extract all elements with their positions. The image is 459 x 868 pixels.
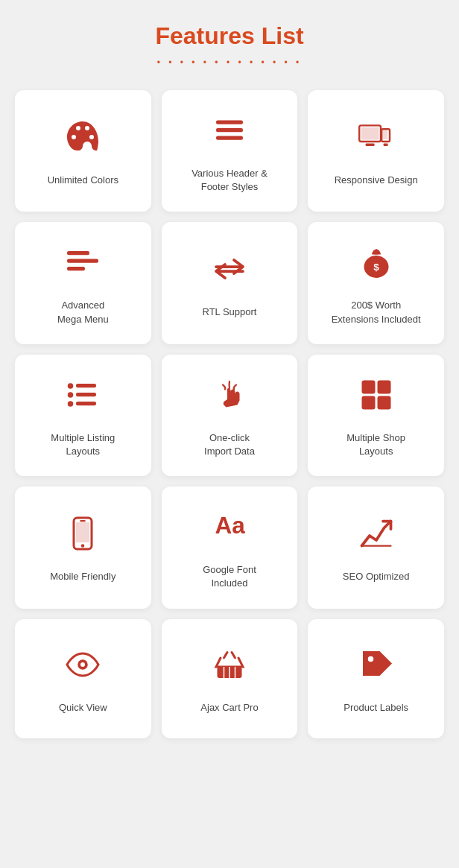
svg-rect-20 [76, 402, 96, 405]
svg-rect-8 [383, 130, 387, 139]
svg-rect-23 [361, 396, 375, 409]
feature-card-quick-view: Quick View [15, 619, 151, 738]
feature-label-shop-layouts: Multiple ShopLayouts [346, 431, 405, 458]
feature-card-seo: SEO Optimized [308, 487, 444, 608]
feature-card-unlimited-colors: Unlimited Colors [15, 90, 151, 212]
svg-rect-16 [76, 384, 96, 387]
feature-label-extensions: 200$ WorthExtensions Includedt [332, 299, 421, 326]
svg-rect-7 [365, 143, 374, 146]
svg-rect-4 [361, 127, 379, 140]
svg-rect-18 [76, 393, 96, 396]
chart-up-icon [358, 516, 394, 557]
feature-card-header-footer: Various Header &Footer Styles [162, 90, 298, 212]
svg-rect-13 [373, 250, 379, 255]
svg-rect-0 [216, 121, 243, 124]
svg-point-32 [80, 662, 85, 667]
svg-point-17 [68, 392, 74, 398]
feature-label-unlimited-colors: Unlimited Colors [48, 174, 118, 187]
svg-rect-26 [76, 522, 89, 542]
svg-rect-22 [377, 380, 390, 393]
basket-icon [212, 647, 247, 688]
feature-card-google-font: AaGoogle FontIncluded [162, 487, 298, 608]
svg-text:Aa: Aa [215, 512, 245, 539]
svg-point-37 [367, 656, 373, 662]
svg-rect-11 [67, 267, 85, 270]
responsive-icon [358, 119, 394, 160]
feature-card-ajax-cart: Ajax Cart Pro [162, 619, 298, 738]
feature-card-extensions: $200$ WorthExtensions Includedt [308, 222, 444, 343]
svg-rect-6 [383, 143, 387, 146]
feature-label-quick-view: Quick View [59, 701, 107, 715]
finger-click-icon [212, 377, 247, 418]
hamburger-icon [212, 113, 247, 153]
feature-label-listing-layouts: Multiple ListingLayouts [51, 431, 115, 458]
feature-label-header-footer: Various Header &Footer Styles [191, 167, 268, 194]
features-grid: Unlimited ColorsVarious Header &Footer S… [15, 90, 444, 738]
feature-label-responsive: Responsive Design [335, 174, 418, 187]
svg-point-27 [81, 544, 85, 548]
feature-card-listing-layouts: Multiple ListingLayouts [15, 355, 151, 476]
feature-label-product-labels: Product Labels [344, 701, 408, 715]
feature-label-mega-menu: AdvancedMega Menu [57, 299, 109, 326]
svg-point-19 [68, 401, 74, 407]
font-icon: Aa [212, 509, 247, 550]
title-dots: • • • • • • • • • • • • • [15, 57, 444, 68]
feature-label-mobile: Mobile Friendly [50, 570, 115, 583]
eye-icon [65, 647, 101, 688]
palette-icon [65, 119, 101, 160]
feature-label-rtl: RTL Support [202, 305, 256, 319]
tag-icon [358, 647, 394, 688]
feature-card-rtl: RTL Support [162, 222, 298, 343]
svg-rect-10 [67, 259, 98, 263]
list-bullets-icon [65, 377, 101, 418]
arrows-lr-icon [212, 251, 247, 292]
svg-rect-2 [216, 136, 243, 140]
svg-point-15 [68, 383, 74, 389]
menu-lines-icon [65, 244, 101, 285]
feature-label-google-font: Google FontIncluded [203, 563, 256, 590]
feature-card-responsive: Responsive Design [308, 90, 444, 212]
svg-rect-24 [377, 396, 390, 409]
feature-card-one-click: One-clickImport Data [162, 355, 298, 476]
feature-card-mega-menu: AdvancedMega Menu [15, 222, 151, 343]
svg-text:$: $ [373, 262, 379, 273]
page-title: Features List [15, 22, 444, 50]
mobile-icon [65, 516, 101, 557]
svg-rect-9 [67, 251, 89, 255]
feature-label-ajax-cart: Ajax Cart Pro [200, 701, 258, 715]
feature-card-shop-layouts: Multiple ShopLayouts [308, 355, 444, 476]
feature-label-one-click: One-clickImport Data [204, 431, 255, 458]
feature-card-product-labels: Product Labels [308, 619, 444, 738]
grid-four-icon [358, 377, 394, 418]
feature-card-mobile: Mobile Friendly [15, 487, 151, 608]
svg-rect-1 [216, 128, 243, 132]
svg-rect-28 [80, 520, 86, 522]
money-bag-icon: $ [358, 244, 394, 285]
svg-rect-21 [361, 380, 375, 393]
feature-label-seo: SEO Optimized [343, 570, 410, 583]
